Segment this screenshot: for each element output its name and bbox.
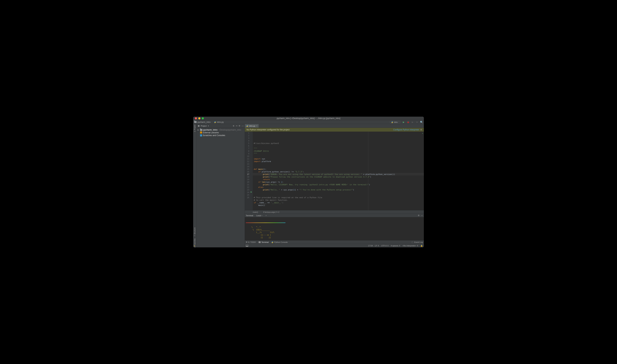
left-gutter: 1: Project 7: Structure 2: Favorites ★ — [193, 124, 197, 247]
run-config-selector[interactable]: intro ▾ — [390, 121, 401, 124]
chevron-down-icon[interactable]: ▾ — [208, 125, 209, 127]
tree-root-name: pycharm_intro — [203, 129, 217, 131]
analysis-ok-icon: ✔ — [422, 132, 423, 134]
line-separator[interactable]: LF ⇕ — [375, 245, 379, 247]
close-icon[interactable]: × — [261, 215, 262, 217]
tool-strip: ≣ 6: TODO Terminal Python Console Event … — [245, 240, 424, 244]
toolbar-right: intro ▾ ▶ 🐞 ▶ ■ 🔍 — [390, 121, 423, 124]
hide-panel-icon[interactable]: — — [242, 125, 244, 127]
breadcrumb-file: intro.py — [217, 121, 224, 123]
terminal-header: Terminal: Local× ＋ ⚙ — — [245, 214, 424, 217]
tree-item-label: External Libraries — [203, 131, 219, 134]
event-log-icon — [411, 241, 413, 243]
cursor-position[interactable]: 17:54 — [368, 245, 373, 247]
terminal-icon — [259, 241, 261, 243]
run-gutter-icon[interactable]: ▶ — [251, 191, 252, 193]
star-icon: ★ — [194, 245, 195, 247]
debug-button[interactable]: 🐞 — [407, 121, 409, 123]
locate-icon[interactable]: ⊕ — [233, 125, 234, 127]
chevron-down-icon: ▾ — [399, 121, 399, 123]
chevron-right-icon: 〉 — [211, 121, 213, 123]
indent[interactable]: 4 spaces ⇕ — [391, 245, 401, 247]
project-panel: ▦ Project ▾ ⊕ ⇥ ⚙ — ▶ pycharm_intro ~/De… — [197, 124, 245, 247]
tool-project-tab[interactable]: 1: Project — [194, 125, 196, 132]
interpreter-banner: No Python interpreter configured for the… — [245, 128, 424, 132]
scratch-icon — [200, 134, 202, 136]
crumb-function[interactable]: main() — [253, 211, 258, 213]
maximize-icon[interactable] — [202, 117, 204, 119]
hide-panel-icon[interactable]: — — [421, 214, 423, 217]
terminal-body[interactable]: \ ^__^ \ (oo)\_______ (__)\ )\/\ ||----w… — [245, 217, 424, 240]
gear-icon[interactable]: ⚙ — [239, 125, 240, 127]
run-button[interactable]: ▶ — [402, 121, 405, 123]
python-icon — [391, 121, 393, 123]
terminal-title: Terminal: — [246, 215, 254, 217]
window-title: pycharm_intro [~/Desktop/pycharm_intro] … — [193, 117, 424, 119]
editor-tab-label: intro.py — [249, 125, 255, 127]
gear-icon[interactable]: ⚙ — [418, 214, 419, 217]
status-bar: 17:54 LF ⇕ UTF-8 ⇕ 4 spaces ⇕ <No interp… — [245, 244, 424, 247]
code-breadcrumb[interactable]: main() 〉 if len(sys.argv) != 2 — [245, 210, 424, 214]
svg-point-1 — [215, 123, 215, 123]
tool-label: Python Console — [274, 241, 288, 243]
python-console-button[interactable]: Python Console — [271, 241, 288, 243]
folder-icon — [200, 129, 202, 131]
tree-item-label: Scratches and Consoles — [203, 134, 225, 137]
toggle-tool-windows-button[interactable] — [246, 245, 248, 247]
interpreter-status[interactable]: <No interpreter> ⇕ — [402, 245, 418, 247]
breadcrumb-project: pycharm_intro — [198, 121, 211, 123]
search-button[interactable]: 🔍 — [420, 121, 423, 124]
tree-ext-lib[interactable]: External Libraries — [197, 131, 244, 134]
project-view-icon: ▦ — [198, 125, 200, 127]
banner-message: No Python interpreter configured for the… — [246, 129, 290, 131]
project-tree[interactable]: ▶ pycharm_intro ~/Desktop/pycharm_intro … — [197, 128, 245, 137]
encoding[interactable]: UTF-8 ⇕ — [381, 245, 389, 247]
folder-icon — [194, 121, 197, 123]
gutter-indicators: ▶ — [250, 132, 253, 210]
stop-button: ■ — [416, 121, 418, 123]
configure-interpreter-link[interactable]: Configure Python interpreter — [393, 129, 419, 131]
breadcrumb[interactable]: pycharm_intro 〉 intro.py — [194, 121, 224, 123]
gear-icon[interactable]: ⚙ — [420, 129, 422, 131]
python-icon — [271, 241, 273, 243]
editor-area: intro.py × No Python interpreter configu… — [245, 124, 424, 247]
traffic-lights — [193, 117, 204, 119]
terminal-tab[interactable]: Local× — [255, 215, 264, 217]
todo-tool-button[interactable]: ≣ 6: TODO — [246, 241, 256, 243]
code-editor[interactable]: 1234567891011121314151617181920212223242… — [245, 132, 424, 210]
library-icon — [200, 132, 202, 133]
event-log-button[interactable]: Event Log — [414, 241, 423, 243]
minimize-icon[interactable] — [198, 117, 200, 119]
crumb-block[interactable]: if len(sys.argv) != 2 — [263, 211, 279, 213]
project-panel-title[interactable]: Project — [201, 125, 207, 127]
terminal-tool-button[interactable]: Terminal — [259, 241, 269, 243]
python-file-icon — [246, 125, 248, 127]
tool-label: 6: TODO — [248, 241, 256, 243]
editor-tab-bar: intro.py × — [245, 124, 424, 128]
terminal-tab-label: Local — [256, 215, 261, 217]
python-file-icon — [214, 121, 216, 123]
lock-icon[interactable]: 🔒 — [420, 245, 423, 247]
run-coverage-button[interactable]: ▶ — [411, 121, 414, 123]
add-terminal-button[interactable]: ＋ — [265, 214, 267, 217]
close-icon[interactable] — [195, 117, 197, 119]
tool-label: Terminal — [262, 241, 269, 243]
editor-tab[interactable]: intro.py × — [245, 124, 259, 128]
chevron-right-icon[interactable]: ▶ — [198, 129, 199, 131]
tree-scratches[interactable]: Scratches and Consoles — [197, 134, 244, 137]
code-content[interactable]: ✔ #!/usr/bin/env python3 """ CS106AP Int… — [253, 132, 424, 210]
close-tab-icon[interactable]: × — [256, 125, 257, 127]
ide-window: pycharm_intro [~/Desktop/pycharm_intro] … — [193, 117, 424, 247]
title-bar: pycharm_intro [~/Desktop/pycharm_intro] … — [193, 117, 424, 120]
run-config-name: intro — [394, 121, 398, 123]
line-numbers: 1234567891011121314151617181920212223242… — [245, 132, 250, 210]
project-panel-header: ▦ Project ▾ ⊕ ⇥ ⚙ — — [197, 124, 245, 128]
rainbow-divider — [246, 223, 285, 223]
tree-root-path: ~/Desktop/pycharm_intro — [218, 129, 241, 131]
tool-structure-tab[interactable]: 7: Structure — [194, 227, 196, 236]
list-icon: ≣ — [246, 241, 247, 243]
chevron-right-icon: 〉 — [260, 211, 262, 213]
collapse-icon[interactable]: ⇥ — [236, 125, 237, 127]
tree-root[interactable]: ▶ pycharm_intro ~/Desktop/pycharm_intro — [197, 129, 244, 131]
nav-bar: pycharm_intro 〉 intro.py intro ▾ ▶ 🐞 ▶ ■… — [193, 120, 424, 124]
